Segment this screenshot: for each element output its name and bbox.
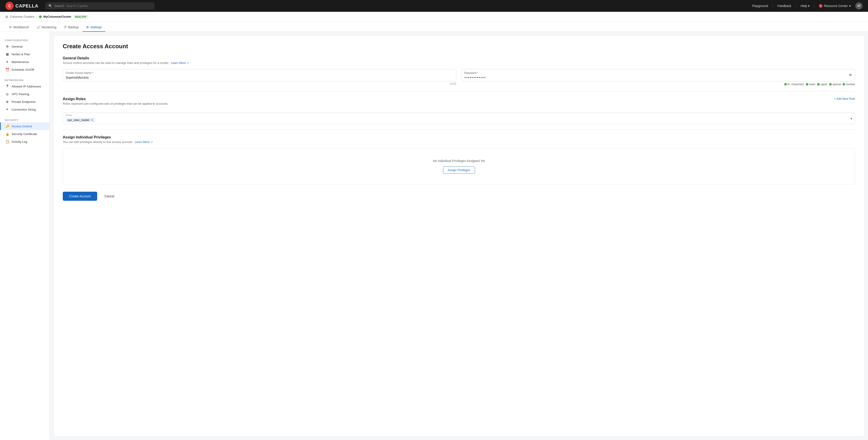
roles-header-left: Assign Roles Roles represent pre-configu… bbox=[63, 97, 168, 110]
general-details-learn-more[interactable]: Learn More bbox=[171, 61, 186, 65]
sidebar-networking-label: NETWORKING bbox=[0, 77, 50, 83]
tab-backup[interactable]: ⏱ Backup bbox=[60, 23, 83, 32]
strength-chars-dot bbox=[784, 83, 787, 85]
privileges-external-link-icon: ↗ bbox=[151, 141, 153, 143]
sidebar-item-maintenance[interactable]: ✕ Maintenance bbox=[0, 58, 50, 66]
schedule-icon: ⏰ bbox=[5, 68, 9, 71]
strength-number-dot bbox=[843, 83, 845, 85]
sidebar-item-access-control[interactable]: 🔑 Access Control bbox=[0, 122, 50, 130]
sidebar-item-schedule[interactable]: ⏰ Schedule On/Off bbox=[0, 66, 50, 74]
sidebar-config-label: CONFIGURATION bbox=[0, 37, 50, 42]
role-tag-remove[interactable]: ✕ bbox=[91, 118, 93, 122]
add-new-role-link[interactable]: + Add New Role bbox=[834, 97, 855, 100]
privileges-learn-more[interactable]: Learn More bbox=[135, 140, 150, 144]
strength-number: number bbox=[843, 83, 855, 86]
char-count: 14/32 bbox=[63, 82, 456, 85]
search-icon: 🔍 bbox=[49, 4, 52, 8]
search-prefix: Search bbox=[54, 4, 64, 8]
sidebar: CONFIGURATION ⚙ General ▦ Nodes & Plan ✕… bbox=[0, 32, 50, 440]
password-strength: 8+ characters lower upper special bbox=[462, 83, 855, 86]
cluster-status-dot bbox=[39, 16, 42, 18]
roles-field-label: Roles bbox=[66, 114, 72, 116]
allowed-ip-icon: 📍 bbox=[5, 85, 9, 88]
cluster-status-badge: HEALTHY bbox=[73, 15, 88, 19]
general-icon: ⚙ bbox=[5, 45, 9, 48]
password-wrapper: Password * 👁 bbox=[462, 69, 855, 81]
resource-center-chevron-icon: ▾ bbox=[849, 4, 851, 8]
maintenance-icon: ✕ bbox=[5, 60, 9, 64]
roles-chevron-icon: ▾ bbox=[850, 117, 852, 120]
main-layout: CONFIGURATION ⚙ General ▦ Nodes & Plan ✕… bbox=[0, 32, 868, 440]
search-bar[interactable]: 🔍 Search bbox=[45, 2, 154, 9]
monitoring-icon: 📈 bbox=[36, 25, 40, 29]
sidebar-item-nodes-plan[interactable]: ▦ Nodes & Plan bbox=[0, 50, 50, 58]
general-details-desc: Access control accounts can be used to m… bbox=[63, 61, 855, 65]
workbench-icon: ⟳ bbox=[9, 25, 12, 29]
privileges-box: No Individual Privileges Assigned Yet As… bbox=[63, 148, 855, 184]
roles-header: Assign Roles Roles represent pre-configu… bbox=[63, 97, 855, 110]
page-title: Create Access Account bbox=[63, 43, 855, 50]
connection-string-icon: ⚭ bbox=[5, 108, 9, 111]
action-row: Create Account Cancel bbox=[63, 192, 855, 201]
strength-lower: lower bbox=[806, 83, 816, 86]
backup-icon: ⏱ bbox=[64, 25, 67, 29]
sidebar-item-general[interactable]: ⚙ General bbox=[0, 42, 50, 50]
sidebar-item-activity-log[interactable]: 📋 Activity Log bbox=[0, 138, 50, 145]
sidebar-item-connection-string[interactable]: ⚭ Connection String bbox=[0, 106, 50, 113]
strength-upper-dot bbox=[817, 83, 819, 85]
strength-upper: upper bbox=[817, 83, 828, 86]
general-details-section: General Details Access control accounts … bbox=[63, 56, 855, 86]
search-input[interactable] bbox=[66, 4, 152, 8]
cancel-button[interactable]: Cancel bbox=[100, 192, 119, 201]
assign-roles-section: Assign Roles Roles represent pre-configu… bbox=[63, 97, 855, 124]
roles-input-box[interactable]: Roles sys_view_reader ✕ ▾ bbox=[63, 113, 855, 124]
no-privileges-text: No Individual Privileges Assigned Yet bbox=[433, 159, 485, 163]
cluster-access-name-input[interactable] bbox=[63, 69, 456, 81]
assign-privileges-section: Assign Individual Privileges You can add… bbox=[63, 135, 855, 184]
logo-area[interactable]: C CAPELLA bbox=[5, 2, 38, 10]
couchbase-logo-icon: C bbox=[5, 2, 13, 10]
breadcrumb-clusters[interactable]: Columnar Clusters bbox=[10, 15, 34, 18]
tab-settings[interactable]: ⚙ Settings bbox=[83, 23, 105, 32]
password-group: Password * 👁 8+ characters lower bbox=[462, 69, 855, 86]
role-tag: sys_view_reader ✕ bbox=[66, 118, 95, 122]
notification-badge: 1 bbox=[819, 4, 823, 8]
assign-roles-desc: Roles represent pre-configured sets of p… bbox=[63, 102, 168, 105]
tab-bar: ⟳ Workbench 📈 Monitoring ⏱ Backup ⚙ Sett… bbox=[0, 22, 868, 32]
assign-roles-title: Assign Roles bbox=[63, 97, 168, 101]
tab-workbench[interactable]: ⟳ Workbench bbox=[5, 23, 33, 32]
nav-divider-1 bbox=[773, 4, 773, 8]
content-area: Create Access Account General Details Ac… bbox=[54, 35, 864, 436]
section-divider-2 bbox=[63, 129, 855, 130]
create-account-button[interactable]: Create Account bbox=[63, 192, 97, 201]
password-toggle-icon[interactable]: 👁 bbox=[849, 73, 852, 77]
password-input[interactable] bbox=[462, 69, 855, 81]
breadcrumb-cluster-name[interactable]: MyColumnarCluster bbox=[43, 15, 71, 18]
sidebar-item-vpc-peering[interactable]: ◎ VPC Peering bbox=[0, 90, 50, 98]
assign-privileges-button[interactable]: Assign Privileges bbox=[443, 166, 475, 174]
settings-icon: ⚙ bbox=[86, 25, 89, 29]
strength-lower-dot bbox=[806, 83, 808, 85]
assign-privileges-desc: You can add privileges directly to this … bbox=[63, 140, 855, 144]
private-endpoints-icon: ⊕ bbox=[5, 100, 9, 104]
cluster-access-name-group: Cluster Access Name * 14/32 bbox=[63, 69, 456, 86]
top-navigation: C CAPELLA 🔍 Search Playground Feedback H… bbox=[0, 0, 868, 12]
sidebar-item-security-certificate[interactable]: 🔒 Security Certificate bbox=[0, 130, 50, 138]
strength-chars: 8+ characters bbox=[784, 83, 804, 86]
sidebar-security-label: SECURITY bbox=[0, 117, 50, 122]
sidebar-item-private-endpoints[interactable]: ⊕ Private Endpoints bbox=[0, 98, 50, 106]
avatar[interactable]: AT bbox=[855, 2, 863, 9]
general-details-form-row: Cluster Access Name * 14/32 Password * 👁 bbox=[63, 69, 855, 86]
external-link-icon: ↗ bbox=[187, 62, 189, 64]
breadcrumb-separator: / bbox=[36, 15, 37, 19]
feedback-link[interactable]: Feedback bbox=[777, 4, 791, 8]
resource-center-link[interactable]: 1 Resource Center ▾ bbox=[819, 4, 851, 8]
tab-monitoring[interactable]: 📈 Monitoring bbox=[33, 23, 60, 32]
assign-privileges-title: Assign Individual Privileges bbox=[63, 135, 855, 139]
help-link[interactable]: Help ▾ bbox=[801, 4, 810, 8]
access-control-icon: 🔑 bbox=[5, 124, 9, 128]
nav-divider-3 bbox=[814, 4, 814, 8]
sidebar-item-allowed-ip[interactable]: 📍 Allowed IP Addresses bbox=[0, 83, 50, 90]
playground-link[interactable]: Playground bbox=[752, 4, 768, 8]
security-cert-icon: 🔒 bbox=[5, 132, 9, 136]
